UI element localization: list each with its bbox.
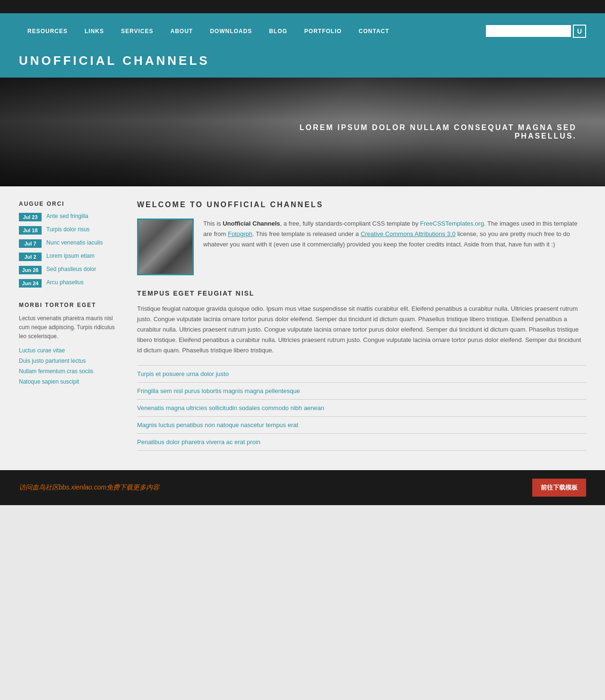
post-item: Jul 23 Ante sed fringilla: [19, 213, 123, 221]
nav-link-services[interactable]: SERVICES: [112, 13, 162, 49]
main-content: WELCOME TO UNOFFICIAL CHANNELS This is U…: [137, 201, 586, 456]
post-item: Jul 2 Lorem ipsum etiam: [19, 253, 123, 261]
nav-link-downloads[interactable]: DOWNLOADS: [201, 13, 260, 49]
sidebar-links: Luctus curae vitaeDuis justo parturient …: [19, 347, 123, 385]
post-link[interactable]: Arcu phasellus: [46, 279, 84, 286]
intro-image: [137, 219, 194, 275]
footer-download-button[interactable]: 前往下载模板: [532, 479, 586, 497]
content-item-link[interactable]: Penatibus dolor pharetra viverra ac erat…: [137, 438, 260, 446]
sidebar-link[interactable]: Nullam fermentum cras sociis: [19, 368, 123, 375]
content-link-item: Penatibus dolor pharetra viverra ac erat…: [137, 433, 586, 451]
footer: 访问血鸟社区bbs.xienlao.com免费下载更多内容 前往下载模板: [0, 470, 605, 505]
post-item: Jun 28 Sed phaslleus dolor: [19, 266, 123, 274]
nav-bar: RESOURCESLINKSSERVICESABOUTDOWNLOADSBLOG…: [0, 13, 605, 49]
post-link[interactable]: Turpis dolor risus: [46, 226, 90, 233]
sidebar: AUGUE ORCI Jul 23 Ante sed fringilla Jul…: [19, 201, 123, 456]
content-link-item: Venenatis magna ultricies sollicitudin s…: [137, 399, 586, 416]
post-date-badge: Jun 28: [19, 266, 42, 274]
site-title-bar: UNOFFICIAL CHANNELS: [0, 49, 605, 78]
nav-link-links[interactable]: LINKS: [76, 13, 112, 49]
intro-text: This is Unofficial Channels, a free, ful…: [203, 219, 586, 275]
content-link-list: Turpis et posuere urna dolor justoFringi…: [137, 365, 586, 451]
cc-link[interactable]: Creative Commons Attributions 3.0: [361, 230, 456, 237]
freecss-link[interactable]: FreeCSSTemplates.org: [420, 220, 484, 227]
footer-watermark: 访问血鸟社区bbs.xienlao.com免费下载更多内容: [19, 483, 159, 492]
hero-section: LOREM IPSUM DOLOR NULLAM CONSEQUAT MAGNA…: [0, 78, 605, 186]
welcome-title: WELCOME TO UNOFFICIAL CHANNELS: [137, 201, 586, 209]
post-date-badge: Jul 23: [19, 213, 42, 221]
post-link[interactable]: Lorem ipsum etiam: [46, 253, 95, 259]
nav-link-about[interactable]: ABOUT: [162, 13, 201, 49]
post-date-badge: Jul 2: [19, 253, 42, 261]
intro-block: This is Unofficial Channels, a free, ful…: [137, 219, 586, 275]
content-item-link[interactable]: Magnis luctus penatibus non natoque nasc…: [137, 421, 298, 429]
content-link-item: Fringilla sem nisl purus lobortis magnis…: [137, 382, 586, 399]
nav-links: RESOURCESLINKSSERVICESABOUTDOWNLOADSBLOG…: [19, 13, 398, 49]
search-area: U: [486, 25, 586, 38]
sidebar-link[interactable]: Luctus curae vitae: [19, 347, 123, 354]
site-title: UNOFFICIAL CHANNELS: [19, 53, 586, 68]
nav-link-resources[interactable]: RESOURCES: [19, 13, 76, 49]
sidebar-link[interactable]: Natoque sapien suscipit: [19, 378, 123, 385]
section2-title: TEMPUS EGET FEUGIAT NISL: [137, 289, 586, 297]
nav-link-blog[interactable]: BLOG: [260, 13, 296, 49]
post-item: Jun 24 Arcu phasellus: [19, 279, 123, 288]
sidebar-link[interactable]: Duis justo parturient lectus: [19, 358, 123, 364]
nav-link-contact[interactable]: CONTACT: [350, 13, 398, 49]
nav-link-portfolio[interactable]: PORTFOLIO: [296, 13, 350, 49]
post-link[interactable]: Sed phaslleus dolor: [46, 266, 96, 272]
content-item-link[interactable]: Turpis et posuere urna dolor justo: [137, 370, 229, 377]
sidebar-section2-text: Lectus venenatis pharetra mauris nisl cu…: [19, 314, 123, 341]
sidebar-section2-title: MORBI TORTOR EGET: [19, 302, 123, 308]
post-date-badge: Jul 7: [19, 239, 42, 248]
post-item: Jul 7 Nunc venenatis iaculis: [19, 239, 123, 248]
post-link[interactable]: Ante sed fringilla: [46, 213, 88, 219]
post-list: Jul 23 Ante sed fringilla Jul 18 Turpis …: [19, 213, 123, 288]
search-input[interactable]: [486, 25, 571, 37]
fotogrph-link[interactable]: Fotogrph: [228, 230, 252, 237]
post-date-badge: Jul 18: [19, 226, 42, 235]
post-item: Jul 18 Turpis dolor risus: [19, 226, 123, 235]
post-date-badge: Jun 24: [19, 279, 42, 288]
body-text: Tristique feugiat natoque gravida quisqu…: [137, 304, 586, 356]
content-item-link[interactable]: Venenatis magna ultricies sollicitudin s…: [137, 404, 324, 411]
content-link-item: Turpis et posuere urna dolor justo: [137, 365, 586, 382]
brand-name: Unofficial Channels: [223, 220, 280, 227]
search-button[interactable]: U: [573, 25, 586, 38]
content-link-item: Magnis luctus penatibus non natoque nasc…: [137, 416, 586, 433]
top-bar: [0, 0, 605, 13]
post-link[interactable]: Nunc venenatis iaculis: [46, 239, 103, 246]
hero-text: LOREM IPSUM DOLOR NULLAM CONSEQUAT MAGNA…: [293, 123, 577, 140]
content-item-link[interactable]: Fringilla sem nisl purus lobortis magnis…: [137, 387, 300, 394]
sidebar-section1-title: AUGUE ORCI: [19, 201, 123, 207]
main-wrapper: AUGUE ORCI Jul 23 Ante sed fringilla Jul…: [0, 186, 605, 470]
